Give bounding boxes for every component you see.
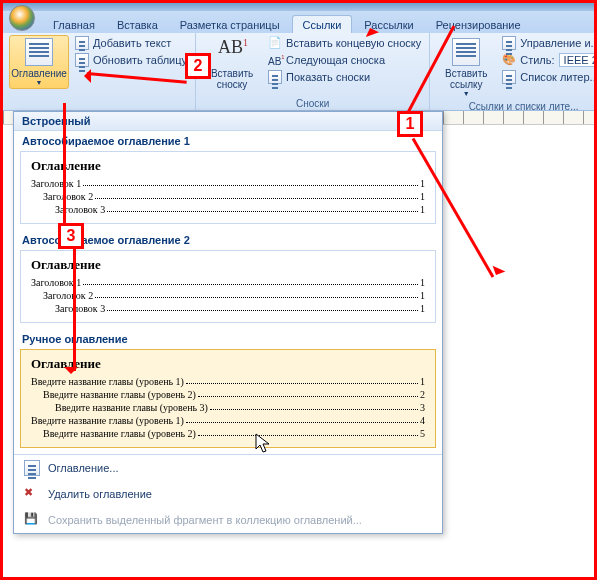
toc-line-text: Введите название главы (уровень 2): [43, 428, 196, 439]
toc-line-text: Заголовок 3: [55, 204, 105, 215]
toc-line: Заголовок 11: [31, 178, 425, 189]
auto-toc-1-title: Автособираемое оглавление 1: [14, 131, 442, 149]
show-footnotes-label: Показать сноски: [286, 71, 370, 83]
toc-line-text: Заголовок 1: [31, 178, 81, 189]
tab-home[interactable]: Главная: [43, 16, 105, 33]
toc-icon: [25, 38, 53, 66]
toc-line-text: Введите название главы (уровень 2): [43, 389, 196, 400]
auto-toc-2-title: Автособираемое оглавление 2: [14, 230, 442, 248]
next-footnote-button[interactable]: AB¹ Следующая сноска: [266, 52, 423, 68]
bibliography-icon: [502, 70, 516, 84]
titlebar: [3, 3, 594, 11]
gallery-footer: Оглавление... ✖ Удалить оглавление 💾 Сох…: [14, 454, 442, 533]
manual-toc-item[interactable]: Оглавление Введите название главы (урове…: [20, 349, 436, 448]
toc-page: 1: [420, 303, 425, 314]
toc-page: 2: [420, 389, 425, 400]
toc-line-text: Введите название главы (уровень 3): [55, 402, 208, 413]
toc-group-label: [9, 97, 189, 109]
toc-page: 1: [420, 376, 425, 387]
toc-heading: Оглавление: [31, 356, 425, 372]
tab-references[interactable]: Ссылки: [292, 15, 353, 33]
insert-toc-menu[interactable]: Оглавление...: [14, 455, 442, 481]
remove-toc-menu[interactable]: ✖ Удалить оглавление: [14, 481, 442, 507]
toc-line: Введите название главы (уровень 3)3: [31, 402, 425, 413]
add-text-icon: [75, 36, 89, 50]
bibliography-label: Список литер...: [520, 71, 597, 83]
citation-icon: [452, 38, 480, 66]
manage-sources-icon: [502, 36, 516, 50]
toc-line: Заголовок 31: [31, 204, 425, 215]
auto-toc-1-item[interactable]: Оглавление Заголовок 11Заголовок 21Загол…: [20, 151, 436, 224]
insert-citation-label: Вставить ссылку: [445, 68, 487, 90]
insert-toc-icon: [24, 460, 40, 476]
toc-dots: [198, 389, 418, 397]
bibliography-button[interactable]: Список литер...: [500, 69, 597, 85]
toc-line: Введите название главы (уровень 1)4: [31, 415, 425, 426]
toc-page: 4: [420, 415, 425, 426]
update-icon: [75, 53, 89, 67]
style-value: IEEE 20: [559, 53, 597, 67]
tab-layout[interactable]: Разметка страницы: [170, 16, 290, 33]
toc-dots: [198, 428, 418, 436]
toc-line-text: Заголовок 2: [43, 290, 93, 301]
toc-dots: [210, 402, 418, 410]
insert-endnote-button[interactable]: 📄 Вставить концевую сноску: [266, 35, 423, 51]
toc-dots: [186, 415, 418, 423]
add-text-label: Добавить текст: [93, 37, 171, 49]
tab-mailings[interactable]: Рассылки: [354, 16, 423, 33]
toc-dots: [83, 277, 418, 285]
toc-page: 1: [420, 277, 425, 288]
style-label: Стиль:: [520, 54, 554, 66]
ribbon-body: Оглавление ▼ Добавить текст Обновить таб…: [3, 33, 594, 111]
toc-line-text: Заголовок 3: [55, 303, 105, 314]
toc-page: 1: [420, 204, 425, 215]
toc-page: 1: [420, 191, 425, 202]
toc-dots: [107, 204, 418, 212]
toc-dots: [95, 290, 418, 298]
toc-line: Введите название главы (уровень 1)1: [31, 376, 425, 387]
toc-heading: Оглавление: [31, 158, 425, 174]
toc-line-text: Введите название главы (уровень 1): [31, 415, 184, 426]
insert-footnote-button[interactable]: AB1 Вставить сноску: [202, 35, 262, 93]
show-footnotes-button[interactable]: Показать сноски: [266, 69, 423, 85]
save-selection-label: Сохранить выделенный фрагмент в коллекци…: [48, 514, 362, 526]
ribbon-tabs: Главная Вставка Разметка страницы Ссылки…: [3, 11, 594, 33]
insert-citation-button[interactable]: Вставить ссылку ▼: [436, 35, 496, 100]
toc-dots: [95, 191, 418, 199]
tab-insert[interactable]: Вставка: [107, 16, 168, 33]
style-dropdown[interactable]: 🎨 Стиль: IEEE 20: [500, 52, 597, 68]
manage-sources-button[interactable]: Управление и...: [500, 35, 597, 51]
toc-page: 5: [420, 428, 425, 439]
show-footnotes-icon: [268, 70, 282, 84]
toc-dots: [83, 178, 418, 186]
toc-line: Заголовок 11: [31, 277, 425, 288]
toc-line: Заголовок 31: [31, 303, 425, 314]
toc-button-label: Оглавление: [11, 68, 67, 79]
office-button[interactable]: [9, 5, 35, 31]
chevron-down-icon: ▼: [36, 79, 43, 86]
insert-toc-label: Оглавление...: [48, 462, 119, 474]
toc-line: Заголовок 21: [31, 290, 425, 301]
update-table-button[interactable]: Обновить таблицу: [73, 52, 189, 68]
tab-review[interactable]: Рецензирование: [426, 16, 531, 33]
next-footnote-icon: AB¹: [268, 53, 282, 67]
auto-toc-2-item[interactable]: Оглавление Заголовок 11Заголовок 21Загол…: [20, 250, 436, 323]
toc-heading: Оглавление: [31, 257, 425, 273]
toc-dots: [186, 376, 418, 384]
endnote-icon: 📄: [268, 36, 282, 50]
footnotes-group-label: Сноски: [202, 97, 423, 109]
save-selection-menu: 💾 Сохранить выделенный фрагмент в коллек…: [14, 507, 442, 533]
add-text-button[interactable]: Добавить текст: [73, 35, 189, 51]
remove-toc-icon: ✖: [24, 486, 40, 502]
chevron-down-icon: ▼: [463, 90, 470, 97]
footnote-icon: AB1: [218, 38, 246, 66]
toc-line-text: Введите название главы (уровень 1): [31, 376, 184, 387]
update-label: Обновить таблицу: [93, 54, 187, 66]
save-selection-icon: 💾: [24, 512, 40, 528]
toc-line-text: Заголовок 2: [43, 191, 93, 202]
gallery-builtin-header: Встроенный: [14, 112, 442, 131]
manual-toc-title: Ручное оглавление: [14, 329, 442, 347]
toc-button[interactable]: Оглавление ▼: [9, 35, 69, 89]
remove-toc-label: Удалить оглавление: [48, 488, 152, 500]
toc-page: 3: [420, 402, 425, 413]
